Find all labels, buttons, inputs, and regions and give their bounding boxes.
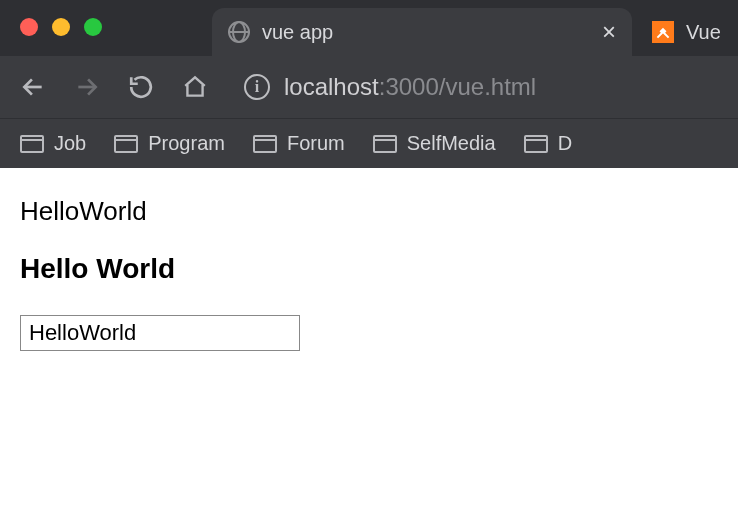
- titlebar: vue app × Vue: [0, 0, 738, 56]
- bookmark-folder[interactable]: Program: [114, 132, 225, 155]
- site-info-icon[interactable]: i: [244, 74, 270, 100]
- browser-chrome: vue app × Vue i localhost:30: [0, 0, 738, 168]
- bookmark-folder[interactable]: Job: [20, 132, 86, 155]
- minimize-window-button[interactable]: [52, 18, 70, 36]
- bookmark-label: Forum: [287, 132, 345, 155]
- bookmark-label: Job: [54, 132, 86, 155]
- folder-icon: [253, 135, 277, 153]
- favicon-icon: [652, 21, 674, 43]
- folder-icon: [524, 135, 548, 153]
- folder-icon: [373, 135, 397, 153]
- address-bar[interactable]: i localhost:3000/vue.html: [244, 73, 536, 101]
- folder-icon: [20, 135, 44, 153]
- url-port: :3000: [379, 73, 439, 100]
- toolbar: i localhost:3000/vue.html: [0, 56, 738, 118]
- close-window-button[interactable]: [20, 18, 38, 36]
- url-host: localhost: [284, 73, 379, 100]
- bookmark-folder[interactable]: SelfMedia: [373, 132, 496, 155]
- tab-strip: vue app × Vue: [212, 0, 738, 56]
- bookmark-label: D: [558, 132, 572, 155]
- home-button[interactable]: [182, 74, 208, 100]
- bookmark-folder[interactable]: D: [524, 132, 572, 155]
- globe-icon: [228, 21, 250, 43]
- bookmark-folder[interactable]: Forum: [253, 132, 345, 155]
- url-path: /vue.html: [439, 73, 536, 100]
- page-content: HelloWorld Hello World: [0, 168, 738, 379]
- bookmarks-bar: Job Program Forum SelfMedia D: [0, 118, 738, 168]
- text-input[interactable]: [20, 315, 300, 351]
- page-heading: Hello World: [20, 253, 718, 285]
- tab-inactive[interactable]: Vue: [636, 8, 737, 56]
- window-controls: [20, 18, 102, 36]
- bookmark-label: Program: [148, 132, 225, 155]
- tab-active[interactable]: vue app ×: [212, 8, 632, 56]
- back-button[interactable]: [20, 74, 46, 100]
- maximize-window-button[interactable]: [84, 18, 102, 36]
- tab-title: Vue: [686, 21, 721, 44]
- url-text: localhost:3000/vue.html: [284, 73, 536, 101]
- bookmark-label: SelfMedia: [407, 132, 496, 155]
- folder-icon: [114, 135, 138, 153]
- body-text: HelloWorld: [20, 196, 718, 227]
- close-tab-icon[interactable]: ×: [602, 20, 616, 44]
- tab-title: vue app: [262, 21, 590, 44]
- reload-button[interactable]: [128, 74, 154, 100]
- forward-button[interactable]: [74, 74, 100, 100]
